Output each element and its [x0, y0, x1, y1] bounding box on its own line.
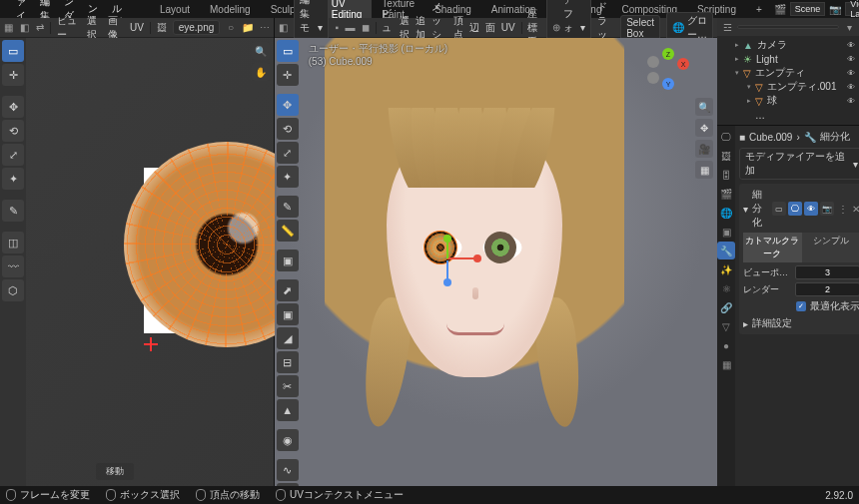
tool-rotate-icon[interactable]: ⟲ — [277, 118, 299, 140]
outliner-search[interactable] — [737, 25, 839, 29]
tool-grab-icon[interactable]: 〰 — [2, 255, 24, 277]
nav-camera-icon[interactable]: 🎥 — [695, 140, 713, 158]
prop-tab-render-icon[interactable]: 🖵 — [717, 128, 735, 146]
tool-select-icon[interactable]: ▭ — [2, 40, 24, 62]
tool-edgeslide-icon[interactable]: ⇥ — [277, 483, 299, 486]
tool-extrude-icon[interactable]: ⬈ — [277, 279, 299, 301]
tool-bevel-icon[interactable]: ◢ — [277, 327, 299, 349]
tool-addcube-icon[interactable]: ▣ — [277, 250, 299, 271]
image-link-icon[interactable]: 🖼 — [157, 22, 167, 34]
subdiv-tab-catmull[interactable]: カトマルクラーク — [743, 233, 802, 262]
outliner-item[interactable]: ▸☀Light👁 — [721, 52, 855, 66]
tool-move-icon[interactable]: ✥ — [2, 96, 24, 118]
mod-render-icon[interactable]: 📷 — [820, 202, 834, 216]
editor-type-icon[interactable]: ▦ — [4, 22, 13, 34]
filter-icon[interactable]: ▾ — [843, 21, 855, 33]
editor-type-icon[interactable]: ☲ — [721, 21, 733, 33]
select-face-icon[interactable]: ◼ — [362, 22, 370, 34]
viewlayer-selector[interactable]: View Layer — [845, 2, 859, 16]
optimal-display-checkbox[interactable]: ✓ — [796, 301, 806, 311]
drag-selector[interactable]: Select Box — [620, 15, 660, 41]
prop-tab-texture-icon[interactable]: ▦ — [717, 355, 735, 373]
prop-tab-view-icon[interactable]: 🎛 — [717, 166, 735, 184]
prop-tab-particle-icon[interactable]: ✨ — [717, 260, 735, 278]
mod-edit-icon[interactable]: ▭ — [772, 202, 786, 216]
uv-texture-selector[interactable]: eye.png — [173, 20, 221, 35]
vp-menu-edge[interactable]: 辺 — [469, 21, 479, 35]
workspace-add-icon[interactable]: + — [746, 2, 772, 17]
uv-last-op-label[interactable]: 移動 — [96, 463, 134, 480]
outliner-item[interactable]: ▾▽エンプティ👁 — [721, 66, 855, 80]
add-modifier-dropdown[interactable]: モディファイアーを追加▾ — [739, 148, 859, 180]
tool-smooth-icon[interactable]: ∿ — [277, 459, 299, 481]
transform-gizmo-icon[interactable] — [432, 244, 462, 273]
tool-transform-icon[interactable]: ✦ — [2, 168, 24, 190]
vp-menu-uv[interactable]: UV — [501, 22, 515, 33]
subdiv-tab-simple[interactable]: シンプル — [802, 233, 860, 262]
uv-settings-icon[interactable]: ⋯ — [260, 22, 270, 34]
prop-tab-modifier-icon[interactable]: 🔧 — [717, 242, 735, 259]
editor-type-icon[interactable]: ◧ — [279, 22, 288, 34]
viewport-canvas[interactable] — [275, 38, 717, 486]
tool-move-icon[interactable]: ✥ — [277, 94, 299, 116]
uv-new-icon[interactable]: ○ — [226, 22, 235, 34]
tool-knife-icon[interactable]: ✂ — [277, 375, 299, 397]
tool-rip-icon[interactable]: ◫ — [2, 232, 24, 253]
tool-loopcut-icon[interactable]: ⊟ — [277, 351, 299, 373]
uv-zoom-icon[interactable]: 🔍 — [252, 42, 270, 60]
mod-close-icon[interactable]: ✕ — [852, 203, 859, 215]
tool-transform-icon[interactable]: ✦ — [277, 166, 299, 188]
workspace-tab[interactable]: Modeling — [200, 2, 261, 17]
mod-realtime-icon[interactable]: 👁 — [804, 202, 818, 216]
uv-sync-icon[interactable]: ⇄ — [35, 22, 44, 34]
tool-inset-icon[interactable]: ▣ — [277, 303, 299, 325]
tool-annotate-icon[interactable]: ✎ — [277, 196, 299, 218]
prop-tab-output-icon[interactable]: 🖼 — [717, 147, 735, 165]
uv-menu-uv[interactable]: UV — [130, 22, 144, 33]
prop-tab-physics-icon[interactable]: ⚛ — [717, 279, 735, 297]
mouse-left-icon — [6, 489, 16, 501]
workspace-tab[interactable]: Layout — [150, 2, 200, 17]
advanced-toggle[interactable]: 詳細設定 — [752, 316, 792, 330]
prop-tab-constraint-icon[interactable]: 🔗 — [717, 298, 735, 316]
select-vert-icon[interactable]: ▪ — [335, 22, 340, 34]
uv-canvas[interactable]: ↖ 🔍 ✋ 移動 — [26, 38, 274, 486]
tool-select-icon[interactable]: ▭ — [277, 40, 299, 62]
tool-cursor-icon[interactable]: ✛ — [277, 64, 299, 86]
outliner-item[interactable]: ▸▲カメラ👁 — [721, 38, 855, 52]
prop-tab-material-icon[interactable]: ● — [717, 336, 735, 354]
scene-selector[interactable]: Scene — [790, 2, 826, 16]
tool-cursor-icon[interactable]: ✛ — [2, 64, 24, 86]
vp-menu-face[interactable]: 面 — [485, 21, 495, 35]
uv-hand-icon[interactable]: ✋ — [252, 63, 270, 81]
nav-gizmo-icon[interactable]: XZY — [647, 48, 689, 90]
orient-icon: ⊕ — [552, 22, 560, 34]
viewport-levels-field[interactable]: 3 — [795, 265, 859, 279]
mod-menu-icon[interactable]: ⋮ — [838, 203, 848, 215]
tool-scale-icon[interactable]: ⤢ — [2, 144, 24, 166]
prop-tab-object-icon[interactable]: ▣ — [717, 223, 735, 241]
outliner-item[interactable]: ▾▽エンプティ.001👁 — [721, 80, 855, 94]
tool-annotate-icon[interactable]: ✎ — [2, 200, 24, 222]
tool-measure-icon[interactable]: 📏 — [277, 220, 299, 242]
modifier-name[interactable]: 細分化 — [752, 188, 768, 230]
mod-display-icon[interactable]: 🖵 — [788, 202, 802, 216]
render-levels-field[interactable]: 2 — [795, 282, 859, 296]
nav-zoom-icon[interactable]: 🔍 — [695, 98, 713, 116]
nav-persp-icon[interactable]: ▦ — [695, 161, 713, 179]
nav-pan-icon[interactable]: ✥ — [695, 119, 713, 137]
uv-open-icon[interactable]: 📁 — [242, 22, 254, 34]
render-levels-label: レンダー — [743, 283, 791, 296]
tool-polybuild-icon[interactable]: ▲ — [277, 399, 299, 421]
tool-spin-icon[interactable]: ◉ — [277, 429, 299, 451]
prop-tab-mesh-icon[interactable]: ▽ — [717, 317, 735, 335]
uv-mode-icon[interactable]: ◧ — [19, 22, 28, 34]
tool-pinch-icon[interactable]: ⬡ — [2, 279, 24, 301]
prop-tab-world-icon[interactable]: 🌐 — [717, 204, 735, 222]
prop-tab-scene-icon[interactable]: 🎬 — [717, 185, 735, 203]
tool-rotate-icon[interactable]: ⟲ — [2, 120, 24, 142]
outliner-item[interactable]: … — [721, 108, 855, 122]
outliner-item[interactable]: ▸▽球👁 — [721, 94, 855, 108]
tool-scale-icon[interactable]: ⤢ — [277, 142, 299, 164]
select-edge-icon[interactable]: ▬ — [346, 22, 356, 34]
